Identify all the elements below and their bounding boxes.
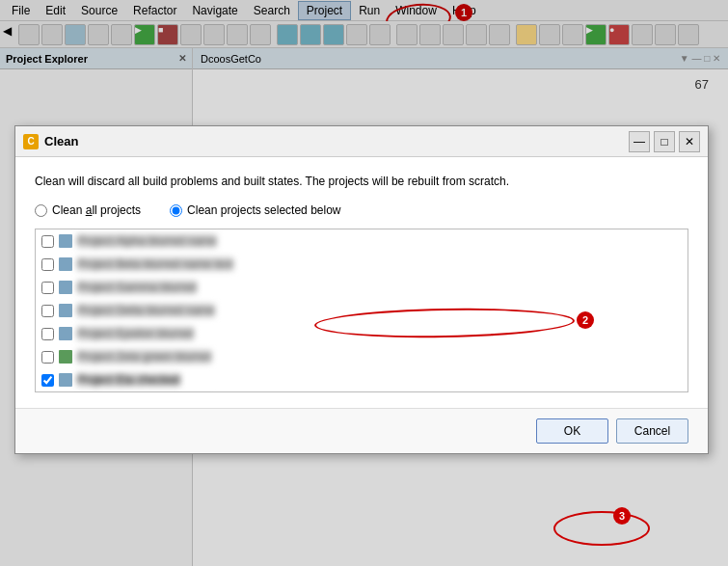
toolbar-btn-26[interactable]: ▶ [585,24,607,45]
project-list[interactable]: Project Alpha blurred name Project Beta … [35,229,688,392]
menu-project[interactable]: Project [298,1,351,20]
dialog-minimize-btn[interactable]: — [629,131,650,152]
menu-refactor[interactable]: Refactor [125,2,184,19]
clean-dialog: C Clean — □ ✕ Clean will discard all bui… [14,125,709,454]
menu-bar: File Edit Source Refactor Navigate Searc… [0,0,728,21]
project-label-7: Project Eta checked [77,373,180,387]
toolbar-btn-18[interactable] [396,24,418,45]
project-checkbox-1[interactable] [41,235,54,248]
radio-clean-selected[interactable]: Clean projects selected below [170,203,340,217]
toolbar-btn-9[interactable] [180,24,202,45]
toolbar-btn-12[interactable] [250,24,271,45]
dialog-radio-row: Clean all projects Clean projects select… [35,203,688,217]
menu-source[interactable]: Source [73,2,125,19]
project-checkbox-6[interactable] [41,351,54,364]
project-label-3: Project Gamma blurred [77,281,197,294]
toolbar-btn-10[interactable] [203,24,225,45]
toolbar-btn-5[interactable] [88,24,109,45]
project-checkbox-4[interactable] [41,305,54,317]
list-item: Project Theta blurred name [36,391,688,392]
toolbar-btn-4[interactable] [65,24,86,45]
project-label-6: Project Zeta green blurred [77,350,211,364]
toolbar-btn-16[interactable] [346,24,367,45]
list-item: Project Beta blurred name text [36,253,688,276]
panel-title-bar: Project Explorer ✕ [0,48,192,69]
dialog-body: Clean will discard all build problems an… [15,157,708,408]
toolbar-btn-20[interactable] [443,24,464,45]
toolbar-btn-2[interactable] [18,24,40,45]
dialog-title-icon: C [23,134,39,149]
ok-button[interactable]: OK [536,418,608,444]
project-icon-5 [59,327,72,340]
toolbar-btn-25[interactable] [562,24,583,45]
list-item: Project Epsilon blurred [36,322,688,345]
list-item: Project Alpha blurred name [36,229,688,253]
panel-close-btn[interactable]: ✕ [178,53,186,64]
project-label-4: Project Delta blurred name [77,304,215,317]
project-icon-2 [59,257,72,271]
toolbar-btn-27[interactable]: ● [608,24,630,45]
radio-clean-all-label: Clean all projects [52,203,141,217]
dialog-description: Clean will discard all build problems an… [35,173,688,190]
menu-edit[interactable]: Edit [38,2,73,19]
dialog-maximize-btn[interactable]: □ [654,131,675,152]
toolbar-btn-13[interactable] [277,24,298,45]
toolbar-btn-23[interactable] [516,24,537,45]
toolbar-btn-29[interactable] [655,24,676,45]
project-icon-6 [59,350,72,364]
toolbar-btn-30[interactable] [678,24,699,45]
toolbar-btn-21[interactable] [466,24,487,45]
project-checkbox-5[interactable] [41,328,54,340]
toolbar-btn-11[interactable] [227,24,248,45]
project-label-2: Project Beta blurred name text [77,257,233,271]
project-checkbox-3[interactable] [41,282,54,294]
dialog-controls: — □ ✕ [629,131,700,152]
toolbar-btn-7[interactable]: ▶ [134,24,155,45]
toolbar-btn-22[interactable] [489,24,510,45]
project-label-1: Project Alpha blurred name [77,234,217,248]
list-item: Project Delta blurred name [36,299,688,322]
menu-file[interactable]: File [4,2,38,19]
cancel-button[interactable]: Cancel [616,418,688,444]
radio-clean-all-input[interactable] [35,204,47,217]
toolbar-btn-28[interactable] [632,24,653,45]
toolbar-btn-6[interactable] [111,24,132,45]
menu-search[interactable]: Search [246,2,298,19]
toolbar: ◀ ▶ ■ ▶ ● [0,21,728,48]
toolbar-btn-17[interactable] [369,24,391,45]
radio-clean-selected-input[interactable] [170,204,182,217]
menu-window[interactable]: Window [388,2,445,19]
dialog-titlebar: C Clean — □ ✕ [15,126,708,157]
editor-tab-title: DcoosGetCo [201,53,261,65]
editor-tab[interactable]: DcoosGetCo ▼ — □ ✕ [193,48,728,69]
radio-clean-selected-label: Clean projects selected below [187,203,340,217]
dialog-footer: OK Cancel [15,408,708,453]
project-checkbox-2[interactable] [41,258,54,271]
toolbar-btn-1[interactable]: ◀ [3,24,16,45]
toolbar-btn-14[interactable] [300,24,321,45]
project-explorer-title: Project Explorer [6,53,88,65]
toolbar-btn-15[interactable] [323,24,344,45]
menu-help[interactable]: Help [445,2,484,19]
toolbar-btn-24[interactable] [539,24,560,45]
line-number: 67 [695,77,709,92]
project-icon-3 [59,281,72,294]
menu-run[interactable]: Run [351,2,388,19]
toolbar-btn-3[interactable] [41,24,63,45]
toolbar-btn-8[interactable]: ■ [157,24,178,45]
project-icon-4 [59,304,72,317]
menu-navigate[interactable]: Navigate [184,2,245,19]
dialog-close-btn[interactable]: ✕ [679,131,700,152]
radio-clean-all[interactable]: Clean all projects [35,203,141,217]
project-checkbox-7[interactable] [41,374,54,387]
toolbar-btn-19[interactable] [419,24,441,45]
project-icon-7 [59,373,72,387]
list-item: Project Gamma blurred [36,276,688,299]
project-icon-1 [59,234,72,248]
list-item: Project Zeta green blurred [36,345,688,368]
project-label-5: Project Epsilon blurred [77,327,194,340]
dialog-title-text: Clean [44,134,629,148]
list-item: Project Eta checked [36,368,688,391]
